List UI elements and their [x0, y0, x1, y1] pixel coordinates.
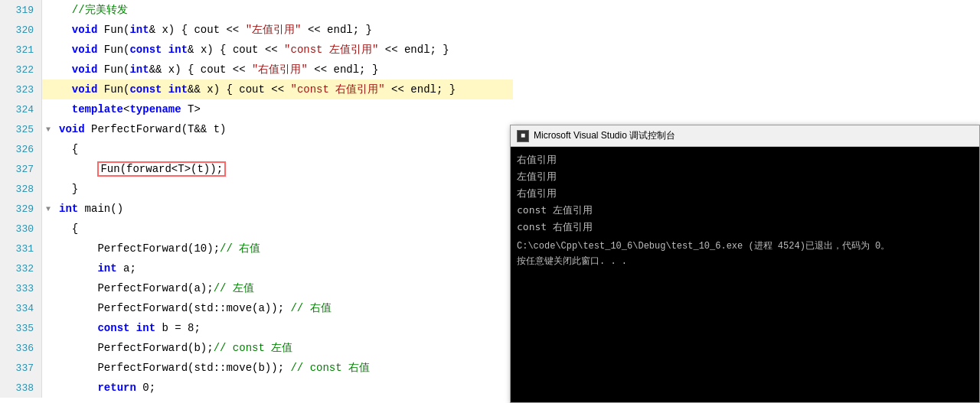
- console-body: 右值引用左值引用右值引用const 左值引用const 右值引用 C:\code…: [511, 147, 979, 402]
- code-line-319: 319 //完美转发: [0, 0, 513, 20]
- code-content-321: void Fun(const int& x) { cout << "const …: [54, 40, 449, 60]
- code-line-326: 326 {: [0, 139, 513, 159]
- console-exit-line: 按任意键关闭此窗口. . .: [517, 254, 973, 269]
- line-number-338: 338: [0, 378, 42, 398]
- code-content-335: const int b = 8;: [54, 318, 201, 338]
- line-number-330: 330: [0, 219, 42, 239]
- console-titlebar: ■ Microsoft Visual Studio 调试控制台: [511, 125, 979, 147]
- code-line-328: 328 }: [0, 179, 513, 199]
- code-content-326: {: [54, 139, 78, 159]
- line-number-320: 320: [0, 20, 42, 40]
- code-content-323: void Fun(const int&& x) { cout << "const…: [54, 80, 456, 99]
- code-line-336: 336 PerfectForward(b);// const 左值: [0, 338, 513, 358]
- code-line-327: 327 Fun(forward<T>(t));: [0, 159, 513, 179]
- collapse-icon-329[interactable]: ▼: [42, 205, 54, 213]
- code-line-325: 325▼void PerfectForward(T&& t): [0, 119, 513, 139]
- line-number-333: 333: [0, 278, 42, 298]
- line-number-335: 335: [0, 318, 42, 338]
- console-output-line-0: 右值引用: [517, 151, 973, 168]
- code-line-337: 337 PerfectForward(std::move(b)); // con…: [0, 358, 513, 378]
- console-output-line-1: 左值引用: [517, 168, 973, 185]
- console-app-icon: ■: [517, 130, 529, 142]
- line-number-322: 322: [0, 60, 42, 80]
- code-content-338: return 0;: [54, 378, 155, 398]
- code-line-333: 333 PerfectForward(a);// 左值: [0, 278, 513, 298]
- code-content-328: }: [54, 179, 78, 199]
- code-content-327: Fun(forward<T>(t));: [54, 159, 226, 179]
- code-content-331: PerfectForward(10);// 右值: [54, 239, 260, 258]
- code-line-329: 329▼int main(): [0, 199, 513, 219]
- console-window[interactable]: ■ Microsoft Visual Studio 调试控制台 右值引用左值引用…: [510, 125, 980, 403]
- code-content-336: PerfectForward(b);// const 左值: [54, 338, 292, 358]
- code-line-334: 334 PerfectForward(std::move(a)); // 右值: [0, 298, 513, 318]
- line-number-337: 337: [0, 358, 42, 378]
- code-line-323: 323 void Fun(const int&& x) { cout << "c…: [0, 80, 513, 99]
- line-number-327: 327: [0, 159, 42, 179]
- code-content-333: PerfectForward(a);// 左值: [54, 278, 254, 298]
- line-number-332: 332: [0, 258, 42, 278]
- code-content-330: {: [54, 219, 78, 239]
- code-line-320: 320 void Fun(int& x) { cout << "左值引用" <<…: [0, 20, 513, 40]
- code-content-334: PerfectForward(std::move(a)); // 右值: [54, 298, 332, 318]
- code-line-324: 324 template<typename T>: [0, 99, 513, 119]
- code-line-330: 330 {: [0, 219, 513, 239]
- console-output-line-3: const 左值引用: [517, 202, 973, 219]
- line-number-323: 323: [0, 80, 42, 99]
- console-path-line: C:\code\Cpp\test_10_6\Debug\test_10_6.ex…: [517, 239, 973, 254]
- code-line-338: 338 return 0;: [0, 378, 513, 398]
- line-number-328: 328: [0, 179, 42, 199]
- line-number-336: 336: [0, 338, 42, 358]
- console-output-line-4: const 右值引用: [517, 219, 973, 236]
- code-line-332: 332 int a;: [0, 258, 513, 278]
- line-number-325: 325: [0, 119, 42, 139]
- code-line-331: 331 PerfectForward(10);// 右值: [0, 239, 513, 258]
- code-content-332: int a;: [54, 258, 136, 278]
- line-number-329: 329: [0, 199, 42, 219]
- code-content-320: void Fun(int& x) { cout << "左值引用" << end…: [54, 20, 372, 40]
- code-content-319: //完美转发: [54, 0, 128, 20]
- code-editor: 319 //完美转发320 void Fun(int& x) { cout <<…: [0, 0, 513, 403]
- collapse-icon-325[interactable]: ▼: [42, 125, 54, 134]
- code-content-329: int main(): [54, 199, 123, 219]
- code-line-321: 321 void Fun(const int& x) { cout << "co…: [0, 40, 513, 60]
- code-line-322: 322 void Fun(int&& x) { cout << "右值引用" <…: [0, 60, 513, 80]
- line-number-326: 326: [0, 139, 42, 159]
- line-number-324: 324: [0, 99, 42, 119]
- code-content-322: void Fun(int&& x) { cout << "右值引用" << en…: [54, 60, 378, 80]
- code-content-324: template<typename T>: [54, 99, 201, 119]
- line-number-331: 331: [0, 239, 42, 258]
- console-title: Microsoft Visual Studio 调试控制台: [534, 129, 675, 142]
- line-number-321: 321: [0, 40, 42, 60]
- line-number-334: 334: [0, 298, 42, 318]
- code-line-335: 335 const int b = 8;: [0, 318, 513, 338]
- code-content-337: PerfectForward(std::move(b)); // const 右…: [54, 358, 370, 378]
- console-output-line-2: 右值引用: [517, 185, 973, 202]
- line-number-319: 319: [0, 0, 42, 20]
- code-content-325: void PerfectForward(T&& t): [54, 119, 226, 139]
